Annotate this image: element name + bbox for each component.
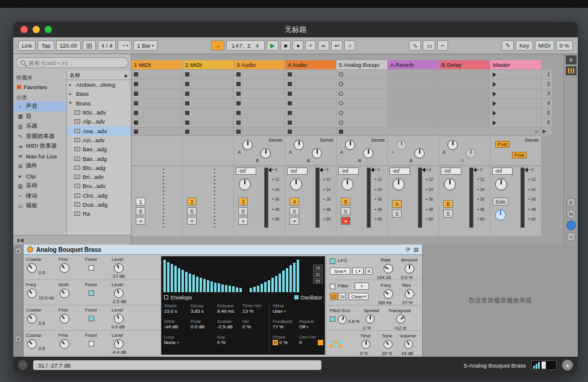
overview-toggle-icon[interactable]: ≡ bbox=[566, 55, 577, 64]
scene-number[interactable]: 5 bbox=[542, 108, 552, 117]
volume-display[interactable]: -Inf bbox=[390, 168, 410, 175]
pan-knob[interactable] bbox=[495, 178, 507, 190]
pan-knob[interactable] bbox=[444, 178, 456, 190]
clip-slot[interactable] bbox=[234, 99, 285, 108]
record-button[interactable]: ● bbox=[292, 40, 303, 51]
fixed-checkbox[interactable] bbox=[89, 316, 94, 321]
browser-item[interactable]: Bru...adv bbox=[67, 181, 131, 190]
volume-display[interactable]: -Inf bbox=[492, 168, 513, 175]
arm-button[interactable]: ● bbox=[238, 217, 248, 225]
browser-item[interactable]: Bas...adg bbox=[67, 154, 131, 163]
param-knob[interactable] bbox=[60, 289, 69, 298]
browser-item[interactable]: Ra bbox=[67, 209, 131, 218]
lfo-wave-select[interactable]: Sine▾ bbox=[330, 268, 350, 275]
scene-number[interactable]: 1 bbox=[542, 70, 552, 79]
param-knob[interactable] bbox=[114, 314, 124, 324]
send-a-knob[interactable] bbox=[447, 140, 458, 150]
clip-slot[interactable] bbox=[337, 70, 387, 79]
track-header[interactable]: Master bbox=[490, 60, 541, 69]
scroll-up-icon[interactable]: ▲ bbox=[562, 360, 573, 371]
track-stop-row[interactable] bbox=[439, 128, 490, 135]
clip-slot[interactable] bbox=[285, 108, 336, 117]
clip-slot[interactable] bbox=[388, 89, 438, 98]
wave-size-button[interactable]: 32 bbox=[313, 271, 323, 277]
lfo-mode-select[interactable]: L▾ bbox=[352, 268, 364, 275]
param-knob[interactable] bbox=[27, 314, 37, 324]
clip-slot[interactable] bbox=[234, 108, 285, 117]
routing-square[interactable] bbox=[330, 345, 333, 348]
param-knob[interactable] bbox=[60, 263, 69, 273]
sidebar-item-plugins[interactable]: ⊞插件 bbox=[13, 161, 66, 172]
scene-stop-row[interactable]: ▶ bbox=[542, 128, 552, 135]
clip-view-icon[interactable] bbox=[566, 66, 577, 75]
track-header[interactable]: B Delay bbox=[439, 60, 490, 69]
clip-slot[interactable] bbox=[183, 89, 233, 98]
clip-slot[interactable] bbox=[285, 89, 336, 98]
clip-slot[interactable] bbox=[439, 80, 490, 89]
display-param-value[interactable]: Off▾ bbox=[299, 324, 309, 330]
clip-slot[interactable] bbox=[337, 108, 387, 117]
clip-slot[interactable] bbox=[285, 118, 336, 127]
scene-slot[interactable] bbox=[490, 108, 541, 117]
clip-slot[interactable] bbox=[234, 80, 285, 89]
sidebar-item-grooves[interactable]: ≈律动 bbox=[13, 191, 66, 201]
send-a-knob[interactable] bbox=[242, 140, 253, 150]
track-header[interactable]: A Reverb bbox=[388, 60, 438, 69]
filter-checkbox[interactable] bbox=[330, 284, 335, 289]
clip-slot[interactable] bbox=[439, 118, 490, 127]
track-solo-button[interactable]: S bbox=[136, 207, 145, 215]
metronome-button[interactable]: ◔ ▾ bbox=[118, 40, 131, 51]
sidebar-item-instruments[interactable]: ▥乐器 bbox=[13, 122, 66, 132]
scene-slot[interactable] bbox=[490, 80, 541, 89]
pitch-env-knob[interactable] bbox=[338, 315, 347, 324]
filter-route-select[interactable]: ▾ bbox=[355, 283, 369, 290]
sidebar-item-drums[interactable]: ▦鼓 bbox=[13, 111, 66, 122]
sidebar-item-max-for-live[interactable]: ⇄Max for Live bbox=[13, 151, 66, 161]
volume-display[interactable]: -Inf bbox=[236, 168, 256, 175]
fixed-checkbox[interactable] bbox=[89, 290, 94, 296]
audio-effect-drop-zone[interactable]: 在这里加载音频效果器 bbox=[423, 245, 578, 357]
param-knob[interactable] bbox=[27, 289, 37, 298]
cue-volume-knob[interactable] bbox=[495, 210, 506, 221]
wave-size-button[interactable]: 16 bbox=[313, 265, 323, 271]
clip-slot[interactable] bbox=[285, 80, 336, 89]
track-header[interactable]: 5 Analog Bouqu bbox=[337, 60, 387, 69]
track-stop-row[interactable] bbox=[234, 128, 285, 135]
clip-slot[interactable] bbox=[234, 70, 285, 79]
track-solo-button[interactable]: S bbox=[392, 210, 402, 218]
send-a-knob[interactable] bbox=[396, 140, 406, 150]
tone-knob[interactable] bbox=[384, 340, 393, 349]
amount-knob[interactable] bbox=[405, 264, 414, 274]
display-param-value[interactable]: 77 % bbox=[273, 324, 283, 330]
clip-slot[interactable] bbox=[131, 108, 182, 117]
routing-square[interactable] bbox=[338, 345, 341, 348]
device-strip-top-icon[interactable]: ▸ bbox=[14, 247, 22, 255]
display-param-value[interactable]: 9.49 ms bbox=[217, 308, 234, 314]
fixed-checkbox[interactable] bbox=[89, 341, 94, 346]
file-list-header[interactable]: 名称▲ bbox=[67, 71, 131, 80]
send-b-knob[interactable] bbox=[466, 148, 476, 158]
sidebar-item-favorites[interactable]: Favorites bbox=[13, 82, 66, 92]
punch-icon[interactable]: ⌐ bbox=[437, 40, 448, 51]
wave-size-button[interactable]: 64 bbox=[313, 278, 323, 284]
track-solo-button[interactable]: S bbox=[238, 207, 248, 215]
clip-slot[interactable] bbox=[337, 89, 387, 98]
send-b-knob[interactable] bbox=[363, 148, 373, 158]
browser-item[interactable]: Dua...adg bbox=[67, 200, 131, 209]
stop-button[interactable]: ■ bbox=[280, 40, 291, 51]
routing-square[interactable] bbox=[338, 340, 341, 343]
scene-slot[interactable] bbox=[490, 70, 541, 79]
clip-slot[interactable] bbox=[388, 99, 438, 108]
track-header[interactable]: 2 MIDI bbox=[183, 60, 233, 69]
track-solo-button[interactable]: S bbox=[187, 207, 197, 215]
scene-number[interactable]: 3 bbox=[542, 89, 552, 98]
browser-item[interactable]: ▸Bass bbox=[67, 89, 131, 98]
lfo-retrigger-toggle[interactable]: R bbox=[365, 268, 373, 275]
track-activator-button[interactable]: 5 bbox=[341, 198, 350, 205]
arm-button[interactable]: ● bbox=[187, 217, 197, 225]
quantization-menu[interactable]: 1 Bar ▾ bbox=[133, 40, 157, 51]
display-param-value[interactable]: None▾ bbox=[164, 340, 179, 345]
clip-slot[interactable] bbox=[183, 80, 233, 89]
track-activator-button[interactable]: 2 bbox=[187, 198, 197, 205]
track-stop-row[interactable]: ▷ bbox=[490, 128, 541, 135]
